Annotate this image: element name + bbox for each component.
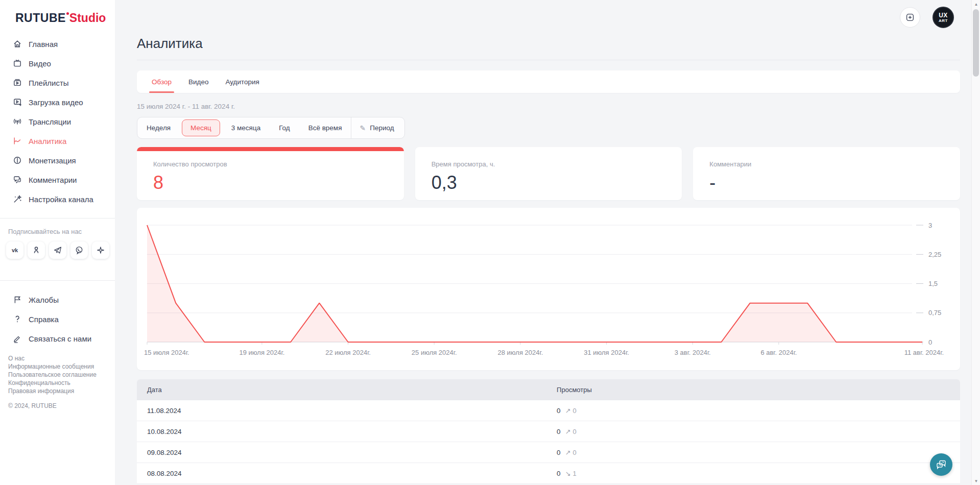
tab-video[interactable]: Видео bbox=[187, 70, 210, 93]
row-date: 10.08.2024 bbox=[137, 428, 557, 435]
odnoklassniki-icon[interactable] bbox=[28, 241, 45, 259]
sidebar-item-label: Жалобы bbox=[29, 296, 59, 304]
svg-text:3: 3 bbox=[928, 222, 932, 229]
scroll-down-arrow[interactable]: ▼ bbox=[972, 477, 980, 485]
scroll-up-arrow[interactable]: ▲ bbox=[972, 0, 980, 8]
sidebar-item-playlists[interactable]: Плейлисты bbox=[0, 73, 115, 92]
sidebar-item-complaints[interactable]: Жалобы bbox=[0, 290, 115, 309]
svg-text:6 авг. 2024г.: 6 авг. 2024г. bbox=[760, 349, 797, 356]
scrollbar-thumb[interactable] bbox=[973, 9, 979, 77]
viber-icon[interactable] bbox=[70, 241, 88, 259]
period-alltime-button[interactable]: Всё время bbox=[299, 117, 351, 138]
footer-links: О нас Информационные сообщения Пользоват… bbox=[0, 348, 115, 395]
sidebar-item-comments[interactable]: Комментарии bbox=[0, 170, 115, 189]
create-upload-button[interactable] bbox=[900, 7, 920, 28]
footer-link-legal[interactable]: Правовая информация bbox=[8, 387, 115, 395]
sidebar-item-channel-settings[interactable]: Настройка канала bbox=[0, 189, 115, 209]
period-month-button[interactable]: Месяц bbox=[182, 119, 220, 136]
subscribe-label: Подписывайтесь на нас bbox=[0, 228, 115, 235]
table-row[interactable]: 09.08.2024 0 ↗0 bbox=[137, 442, 960, 463]
sidebar-item-video[interactable]: Видео bbox=[0, 54, 115, 73]
table-header: Дата Просмотры bbox=[137, 379, 960, 400]
period-custom-button[interactable]: ✎ Период bbox=[351, 117, 404, 138]
table-row[interactable]: 10.08.2024 0 ↗0 bbox=[137, 421, 960, 442]
period-year-button[interactable]: Год bbox=[270, 117, 299, 138]
sidebar-item-main[interactable]: Главная bbox=[0, 34, 115, 54]
tab-overview[interactable]: Обзор bbox=[150, 70, 173, 93]
svg-text:0: 0 bbox=[928, 338, 932, 346]
svg-text:15 июля 2024г.: 15 июля 2024г. bbox=[144, 349, 189, 356]
home-icon bbox=[13, 39, 22, 48]
sidebar-item-label: Плейлисты bbox=[29, 79, 69, 87]
comments-icon bbox=[13, 175, 22, 184]
svg-text:25 июля 2024г.: 25 июля 2024г. bbox=[412, 349, 457, 356]
svg-text:11 авг. 2024г.: 11 авг. 2024г. bbox=[904, 349, 944, 356]
trend-value: 0 bbox=[573, 428, 577, 435]
social-links: vk bbox=[0, 235, 115, 259]
stat-cards: Количество просмотров 8 Время просмотра,… bbox=[137, 147, 960, 200]
question-icon bbox=[13, 314, 22, 324]
analytics-tabs: Обзор Видео Аудитория bbox=[137, 70, 960, 93]
add-square-icon bbox=[904, 12, 916, 23]
period-custom-label: Период bbox=[370, 124, 394, 132]
trend-up-icon: ↗ bbox=[565, 407, 571, 415]
sidebar-item-label: Загрузка видео bbox=[29, 98, 83, 107]
sidebar-item-upload-video[interactable]: Загрузка видео bbox=[0, 92, 115, 112]
views-area-chart[interactable]: 00,751,52,25315 июля 2024г.19 июля 2024г… bbox=[137, 208, 960, 370]
period-selector: Неделя Месяц 3 месяца Год Всё время ✎ Пе… bbox=[137, 117, 405, 139]
table-row[interactable]: 11.08.2024 0 ↗0 bbox=[137, 400, 960, 421]
logo-suffix-text: Studio bbox=[69, 11, 106, 25]
stat-card-watch-time[interactable]: Время просмотра, ч. 0,3 bbox=[415, 147, 682, 200]
svg-text:19 июля 2024г.: 19 июля 2024г. bbox=[240, 349, 285, 356]
tv-icon bbox=[13, 59, 22, 68]
row-date: 08.08.2024 bbox=[137, 470, 557, 477]
footer-link-privacy[interactable]: Конфиденциальность bbox=[8, 379, 115, 387]
telegram-icon[interactable] bbox=[49, 241, 66, 259]
sidebar-item-label: Комментарии bbox=[29, 176, 77, 184]
page-title: Аналитика bbox=[137, 0, 960, 52]
sidebar: RUTUBEStudio Главная Видео Плейлисты Заг… bbox=[0, 0, 115, 485]
sidebar-divider bbox=[0, 218, 115, 219]
sidebar-item-analytics[interactable]: Аналитика bbox=[0, 131, 115, 151]
page-scrollbar[interactable]: ▲ ▼ bbox=[971, 0, 980, 485]
stat-card-value: - bbox=[709, 174, 944, 192]
stat-card-value: 8 bbox=[153, 174, 388, 192]
chat-bubbles-icon bbox=[935, 458, 947, 471]
date-range-label: 15 июля 2024 г. - 11 авг. 2024 г. bbox=[137, 103, 960, 110]
period-3months-button[interactable]: 3 месяца bbox=[222, 117, 270, 138]
stat-card-comments[interactable]: Комментарии - bbox=[693, 147, 960, 200]
stat-card-label: Комментарии bbox=[709, 160, 944, 168]
trend-down-icon: ↘ bbox=[565, 470, 571, 477]
upload-video-icon bbox=[13, 98, 22, 107]
footer-link-user-agreement[interactable]: Пользовательское соглашение bbox=[8, 371, 115, 379]
sparkle-icon[interactable] bbox=[92, 241, 109, 259]
logo-dot bbox=[66, 12, 69, 15]
rutube-studio-logo[interactable]: RUTUBEStudio bbox=[0, 0, 115, 25]
tab-audience[interactable]: Аудитория bbox=[224, 70, 260, 93]
svg-text:2,25: 2,25 bbox=[928, 251, 941, 258]
sidebar-item-label: Трансляции bbox=[29, 117, 71, 126]
analytics-chart-icon bbox=[13, 136, 22, 146]
sidebar-secondary-menu: Жалобы Справка Связаться с нами bbox=[0, 290, 115, 348]
sidebar-main-menu: Главная Видео Плейлисты Загрузка видео Т… bbox=[0, 34, 115, 209]
sidebar-item-label: Монетизация bbox=[29, 156, 76, 165]
monetization-icon bbox=[13, 156, 22, 165]
table-row[interactable]: 08.08.2024 0 ↘1 bbox=[137, 463, 960, 484]
row-views: 0 bbox=[557, 449, 561, 456]
row-views: 0 bbox=[557, 470, 561, 477]
sidebar-item-broadcasts[interactable]: Трансляции bbox=[0, 112, 115, 131]
sidebar-item-contact-us[interactable]: Связаться с нами bbox=[0, 329, 115, 348]
support-chat-button[interactable] bbox=[930, 453, 952, 476]
row-date: 09.08.2024 bbox=[137, 449, 557, 456]
period-week-button[interactable]: Неделя bbox=[137, 117, 180, 138]
footer-link-info-messages[interactable]: Информационные сообщения bbox=[8, 362, 115, 371]
sidebar-item-monetization[interactable]: Монетизация bbox=[0, 151, 115, 170]
sidebar-item-help[interactable]: Справка bbox=[0, 309, 115, 329]
user-avatar[interactable]: UX ART bbox=[933, 7, 954, 28]
svg-text:vk: vk bbox=[12, 247, 18, 253]
vk-icon[interactable]: vk bbox=[6, 241, 23, 259]
footer-link-about[interactable]: О нас bbox=[8, 354, 115, 362]
stat-card-views[interactable]: Количество просмотров 8 bbox=[137, 147, 404, 200]
title-divider bbox=[137, 60, 960, 60]
svg-text:1,5: 1,5 bbox=[928, 280, 938, 287]
